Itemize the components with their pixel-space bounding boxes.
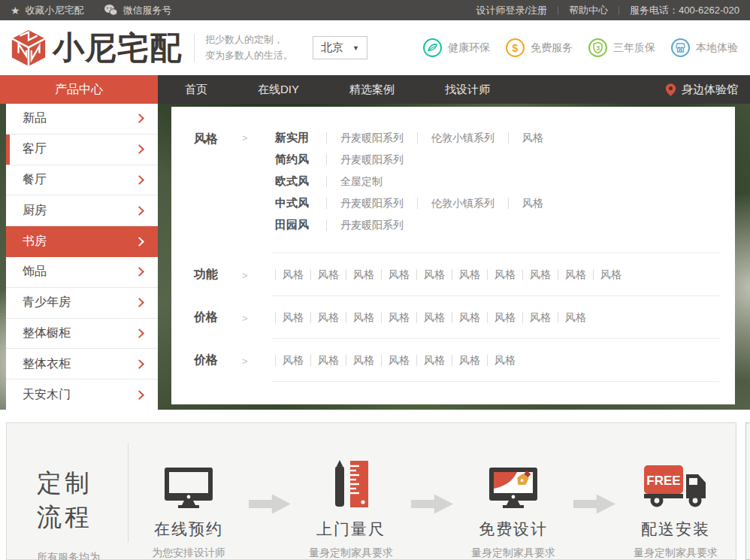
style-sub-label[interactable]: 中式风	[275, 196, 326, 210]
logo[interactable]: 小尼宅配	[9, 27, 182, 69]
filter-option[interactable]: 风格	[275, 312, 310, 323]
badge-warranty: 3 三年质保	[588, 38, 655, 58]
nav-find-designer[interactable]: 找设计师	[422, 75, 513, 104]
tagline: 把少数人的定制， 变为多数人的生活。	[205, 32, 293, 62]
sidebar-item-6[interactable]: 饰品	[6, 257, 158, 288]
filter-options: 丹麦暖阳系列	[326, 154, 418, 165]
filter-option[interactable]: 风格	[452, 312, 487, 323]
step-free-design: 免费设计 量身定制家具要求	[453, 449, 573, 560]
filter-option[interactable]: 丹麦暖阳系列	[326, 198, 417, 209]
favorite-link[interactable]: ★ 收藏小尼宅配	[11, 4, 84, 17]
service-badges: 健康环保 $ 免费服务 3 三年质保 本地体验	[422, 38, 741, 58]
chevron-right-icon	[135, 390, 144, 400]
filter-options: 风格风格风格风格风格风格风格风格风格	[275, 312, 593, 323]
filter-option[interactable]: 风格	[558, 269, 593, 280]
filter-option[interactable]: 风格	[487, 312, 522, 323]
style-row: 田园风丹麦暖阳系列	[275, 218, 557, 232]
filter-option[interactable]: 风格	[522, 269, 558, 280]
divider	[271, 253, 720, 253]
arrow-right-icon	[573, 494, 615, 514]
sidebar-item-label: 天安木门	[23, 387, 136, 403]
designer-login-link[interactable]: 设计师登录/注册	[476, 4, 547, 17]
sidebar-item-8[interactable]: 整体橱柜	[6, 319, 158, 350]
city-selector[interactable]: 北京 ▼	[313, 36, 367, 59]
process-title: 定制流程	[37, 467, 110, 534]
filter-option[interactable]: 风格	[346, 355, 381, 366]
sidebar-item-4[interactable]: 厨房	[6, 195, 158, 226]
filter-option[interactable]: 全屋定制	[326, 176, 396, 187]
step-title: 免费设计	[453, 519, 573, 540]
filter-option[interactable]: 风格	[522, 312, 558, 323]
sidebar-item-5[interactable]: 书房	[6, 226, 158, 257]
filter-option[interactable]: 伦敦小镇系列	[417, 198, 508, 209]
step-title: 在线预约	[129, 519, 249, 540]
filter-option[interactable]: 风格	[487, 355, 522, 366]
group-label: 功能	[194, 266, 242, 283]
ruler-pencil-icon	[331, 459, 370, 509]
filter-option[interactable]: 风格	[381, 269, 416, 280]
filter-option[interactable]: 风格	[346, 312, 381, 323]
sidebar-item-label: 饰品	[23, 264, 136, 280]
filter-option[interactable]: 伦敦小镇系列	[417, 132, 508, 144]
filter-options: 风格风格风格风格风格风格风格风格风格风格	[275, 269, 628, 280]
caret-down-icon: ▼	[352, 44, 359, 52]
filter-option[interactable]: 风格	[452, 355, 487, 366]
sidebar-item-3[interactable]: 餐厅	[6, 165, 158, 196]
nav-featured-cases[interactable]: 精选案例	[326, 75, 418, 104]
filter-option[interactable]: 丹麦暖阳系列	[326, 132, 417, 144]
step-desc: 量身定制家具要求	[291, 546, 411, 560]
filter-option[interactable]: 丹麦暖阳系列	[326, 219, 417, 231]
filter-option[interactable]: 风格	[346, 269, 381, 280]
filter-option[interactable]: 风格	[310, 355, 346, 366]
filter-option[interactable]: 丹麦暖阳系列	[326, 154, 417, 165]
filter-option[interactable]: 风格	[593, 269, 628, 280]
filter-option[interactable]: 风格	[487, 269, 522, 280]
sidebar-item-2[interactable]: 客厅	[6, 135, 158, 165]
style-row: 新实用丹麦暖阳系列伦敦小镇系列风格	[275, 131, 557, 145]
nav-product-center[interactable]: 产品中心	[0, 75, 158, 104]
chevron-right-icon: >	[242, 354, 275, 367]
divider	[558, 6, 558, 15]
style-sub-label[interactable]: 简约风	[275, 153, 326, 167]
filter-option[interactable]: 风格	[508, 132, 557, 144]
sidebar-item-label: 整体衣柜	[23, 356, 136, 372]
filter-group-2: 价格>风格风格风格风格风格风格风格风格风格	[194, 309, 735, 325]
nav-experience-stores[interactable]: 身边体验馆	[665, 75, 750, 104]
filter-option[interactable]: 风格	[558, 312, 593, 323]
filter-option[interactable]: 风格	[310, 312, 346, 323]
filter-options: 丹麦暖阳系列伦敦小镇系列风格	[326, 132, 557, 144]
filter-option[interactable]: 风格	[275, 269, 310, 280]
chevron-right-icon: >	[242, 131, 275, 240]
sidebar-item-label: 整体橱柜	[23, 325, 136, 341]
wechat-icon	[104, 4, 118, 17]
filter-option[interactable]: 风格	[275, 355, 310, 366]
style-sub-label[interactable]: 田园风	[275, 218, 326, 232]
sidebar-item-7[interactable]: 青少年房	[6, 288, 158, 319]
filter-option[interactable]: 风格	[508, 198, 557, 209]
help-center-link[interactable]: 帮助中心	[569, 4, 608, 17]
badge-local-experience: 本地体验	[670, 38, 738, 58]
nav-online-diy[interactable]: 在线DIY	[234, 75, 322, 104]
filter-option[interactable]: 风格	[381, 312, 416, 323]
filter-option[interactable]: 风格	[416, 355, 452, 366]
wechat-link[interactable]: 微信服务号	[104, 4, 172, 17]
style-sub-label[interactable]: 新实用	[275, 131, 326, 145]
sidebar-item-9[interactable]: 整体衣柜	[6, 349, 158, 380]
filter-option[interactable]: 风格	[381, 355, 416, 366]
filter-option[interactable]: 风格	[416, 269, 452, 280]
badge-label: 健康环保	[448, 41, 490, 55]
sidebar-item-10[interactable]: 天安木门	[6, 380, 158, 410]
sidebar-item-label: 书房	[23, 234, 136, 250]
leaf-icon	[422, 38, 443, 58]
next-panel-edge	[745, 422, 750, 560]
nav-home[interactable]: 首页	[162, 75, 231, 104]
filter-option[interactable]: 风格	[416, 312, 452, 323]
filter-option[interactable]: 风格	[310, 269, 346, 280]
city-value: 北京	[321, 41, 343, 55]
style-sub-label[interactable]: 欧式风	[275, 174, 326, 189]
filter-option[interactable]: 风格	[452, 269, 487, 280]
badge-label: 免费服务	[531, 41, 573, 55]
divider	[271, 381, 720, 382]
store-icon	[670, 38, 691, 58]
sidebar-item-1[interactable]: 新品	[6, 104, 158, 135]
